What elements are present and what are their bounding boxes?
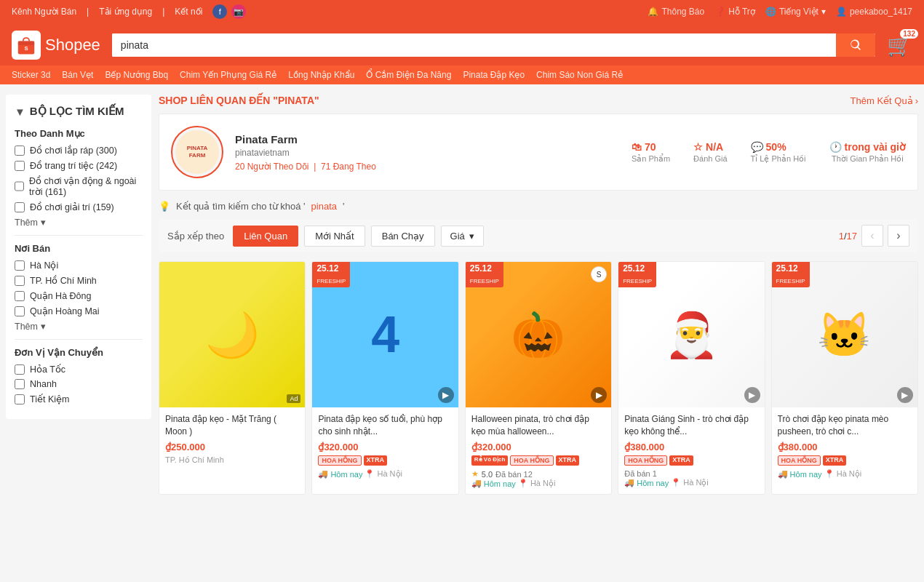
location-label-0: Hà Nội: [30, 260, 58, 271]
shop-card[interactable]: PINATAFARM Pinata Farm pinatavietnam 20 …: [159, 113, 918, 191]
shipping-checkbox-1[interactable]: [15, 379, 25, 389]
suggestion-bepnuong[interactable]: Bếp Nướng Bbq: [105, 70, 168, 80]
shipping-item-1[interactable]: Nhanh: [15, 379, 143, 389]
download-app-link[interactable]: Tải ứng dụng: [99, 7, 152, 17]
next-page-button[interactable]: ›: [888, 225, 909, 247]
category-item-0[interactable]: Đồ chơi lắp ráp (300): [15, 145, 143, 156]
more-results-link[interactable]: Thêm Kết Quả ›: [851, 95, 918, 106]
prev-page-button[interactable]: ‹: [861, 225, 883, 247]
location-item-3[interactable]: Quận Hoàng Mai: [15, 306, 143, 316]
suggestion-ocam[interactable]: Ổ Cắm Điện Đa Năng: [366, 70, 451, 80]
category-checkbox-0[interactable]: [15, 146, 25, 156]
chat-icon: 💬: [751, 141, 763, 153]
delivery-info-4: 🚚 Hôm nay 📍 Hà Nội: [624, 478, 758, 487]
logo[interactable]: S Shopee: [12, 31, 100, 60]
sort-btn-relevant[interactable]: Liên Quan: [233, 226, 298, 247]
facebook-icon[interactable]: f: [212, 4, 227, 19]
product-card-1[interactable]: 🌙 Ad Pinata đập kẹo - Mặt Trăng ( Moon )…: [159, 261, 306, 495]
category-item-3[interactable]: Đồ chơi giải trí (159): [15, 202, 143, 212]
product-name-2: Pinata đập kẹo số tuổi, phù hợp cho sinh…: [318, 413, 452, 438]
seller-channel-link[interactable]: Kênh Người Bán: [12, 7, 76, 17]
product-tags-4: HOA HỒNG XTRA: [624, 455, 758, 466]
star-icon: ☆: [693, 141, 703, 153]
product-info-1: Pinata đập kẹo - Mặt Trăng ( Moon ) ₫250…: [159, 407, 305, 471]
instagram-icon[interactable]: 📷: [231, 4, 246, 19]
language-selector[interactable]: 🌐 Tiếng Việt ▾: [765, 7, 826, 17]
tag-hoahong-4: HOA HỒNG: [624, 455, 667, 466]
category-show-more[interactable]: Thêm ▾: [15, 217, 143, 228]
product-card-2[interactable]: 25.12FREESHIP 4 ▶ Pinata đập kẹo số tuổi…: [311, 261, 458, 495]
category-item-1[interactable]: Đồ trang trí tiệc (242): [15, 160, 143, 171]
play-icon-4: ▶: [744, 387, 760, 403]
stars-icon-3: ★: [471, 469, 479, 479]
product-rating-3: ★ 5.0 Đã bán 12: [471, 469, 605, 479]
location-checkbox-2[interactable]: [15, 291, 25, 301]
chevron-right-icon: ›: [915, 95, 918, 106]
shop-follow-info: 20 Người Theo Dõi | 71 Đang Theo: [235, 162, 620, 172]
sort-price-dropdown[interactable]: Giá ▾: [441, 226, 484, 247]
location-show-more[interactable]: Thêm ▾: [15, 321, 143, 332]
cart-badge: 132: [900, 29, 918, 39]
truck-icon-5: 🚚: [778, 469, 788, 479]
help-link[interactable]: ❓ Hỗ Trợ: [714, 7, 755, 17]
suggestion-sticker3d[interactable]: Sticker 3d: [12, 70, 50, 80]
search-keyword-shop: PINATA: [278, 95, 314, 106]
cart-icon[interactable]: 🛒 132: [887, 33, 912, 57]
shipping-label-0: Hỏa Tốc: [30, 364, 65, 375]
product-card-3[interactable]: 25.12FREESHIP 🎃 S ▶ Halloween pinata, tr…: [465, 261, 612, 495]
product-name-4: Pinata Giáng Sinh - trò chơi đập kẹo khô…: [624, 413, 758, 438]
shop-name: Pinata Farm: [235, 133, 620, 146]
logo-bag-icon: S: [12, 31, 41, 60]
category-label-2: Đồ chơi vận động & ngoài trời (161): [29, 175, 143, 197]
location-item-2[interactable]: Quận Hà Đông: [15, 290, 143, 301]
shipping-item-2[interactable]: Tiết Kiệm: [15, 394, 143, 404]
location-item-1[interactable]: TP. Hồ Chí Minh: [15, 275, 143, 286]
product-card-4[interactable]: 25.12FREESHIP 🎅 ▶ Pinata Giáng Sinh - tr…: [618, 261, 765, 495]
suggestion-banvet[interactable]: Bán Vẹt: [62, 70, 93, 80]
notification-link[interactable]: 🔔 Thông Báo: [648, 7, 704, 17]
product-name-1: Pinata đập kẹo - Mặt Trăng ( Moon ): [165, 413, 299, 438]
user-account[interactable]: 👤 peekaboo_1417: [836, 7, 912, 17]
category-checkbox-1[interactable]: [15, 161, 25, 171]
suggestion-longnhap[interactable]: Lồng Nhập Khẩu: [288, 70, 354, 80]
location-checkbox-1[interactable]: [15, 276, 25, 286]
svg-text:S: S: [24, 45, 28, 52]
location-item-0[interactable]: Hà Nội: [15, 260, 143, 271]
shipping-item-0[interactable]: Hỏa Tốc: [15, 364, 143, 375]
sort-btn-newest[interactable]: Mới Nhất: [304, 226, 365, 247]
location-checkbox-0[interactable]: [15, 260, 25, 271]
product-info-4: Pinata Giáng Sinh - trò chơi đập kẹo khô…: [618, 407, 764, 493]
truck-icon-4: 🚚: [624, 478, 634, 487]
category-item-2[interactable]: Đồ chơi vận động & ngoài trời (161): [15, 175, 143, 197]
shop-stat-response-time: 🕐 trong vài giờ Thời Gian Phản Hồi: [829, 141, 906, 164]
product-info-3: Halloween pinata, trò chơi đập kẹo mùa h…: [466, 407, 611, 494]
sort-btn-bestselling[interactable]: Bán Chạy: [371, 226, 435, 247]
search-keyword-result: pinata: [311, 201, 337, 212]
location-label-2: Quận Hà Đông: [30, 290, 91, 301]
shipping-checkbox-2[interactable]: [15, 394, 25, 404]
tag-hoahong-5: HOA HỒNG: [778, 455, 821, 466]
tag-revolich-3: Rẻ Vô Địch: [471, 455, 509, 466]
category-checkbox-2[interactable]: [15, 181, 24, 191]
shipping-checkbox-0[interactable]: [15, 364, 25, 375]
product-img-1: 🌙 Ad: [159, 262, 305, 407]
chevron-down-icon-3: ▾: [469, 231, 474, 242]
suggestion-chimsao[interactable]: Chim Sáo Non Giá Rẻ: [536, 70, 623, 80]
shop-username: pinatavietnam: [235, 148, 620, 158]
tag-hoahong-3: HOA HỒNG: [510, 455, 553, 466]
search-button[interactable]: [836, 33, 875, 57]
search-input[interactable]: [112, 33, 836, 57]
shop-stat-products: 🛍 70 Sản Phẩm: [632, 141, 670, 164]
category-checkbox-3[interactable]: [15, 202, 25, 212]
suggestion-chimyen[interactable]: Chim Yến Phụng Giá Rẻ: [180, 70, 276, 80]
location-checkbox-3[interactable]: [15, 306, 25, 316]
product-card-5[interactable]: 25.12FREESHIP 🐱 ▶ Trò chơi đập kẹo pinat…: [771, 261, 918, 495]
products-grid: 🌙 Ad Pinata đập kẹo - Mặt Trăng ( Moon )…: [159, 261, 918, 495]
product-tags-2: HOA HỒNG XTRA: [318, 455, 452, 466]
product-price-3: ₫320.000: [471, 442, 605, 453]
date-badge-2: 25.12FREESHIP: [312, 262, 350, 287]
shipping-section-title: Đơn Vị Vận Chuyển: [15, 347, 143, 358]
category-label-3: Đồ chơi giải trí (159): [30, 202, 114, 212]
product-img-2: 25.12FREESHIP 4 ▶: [312, 262, 458, 407]
suggestion-pinata[interactable]: Pinata Đập Kẹo: [463, 70, 525, 80]
